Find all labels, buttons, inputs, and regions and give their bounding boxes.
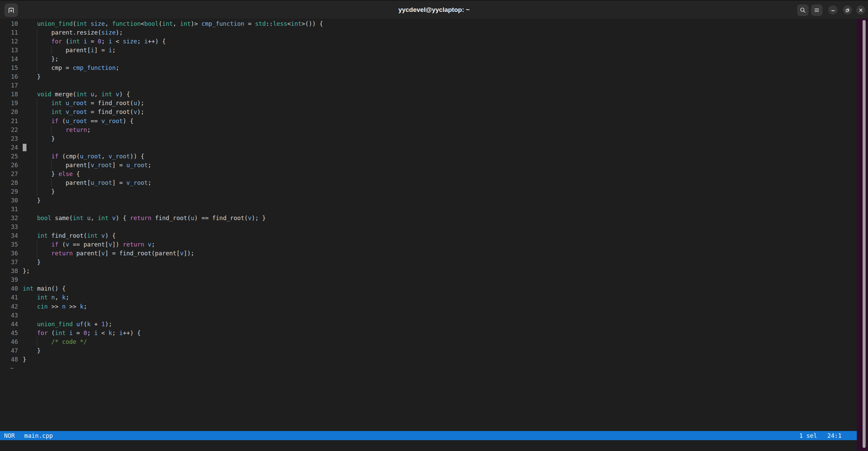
indent-guide [37, 134, 37, 143]
code-line[interactable]: 38}; [0, 267, 854, 275]
code-line[interactable]: 45 for (int i = 0; i < k; i++) { [0, 329, 854, 337]
line-number: 30 [0, 196, 18, 205]
indent-guide [37, 143, 37, 152]
code-line[interactable]: 43 [0, 311, 854, 320]
indent-guide [37, 240, 37, 249]
line-text: } [18, 73, 41, 80]
code-line[interactable]: 29 } [0, 187, 854, 196]
line-number: 25 [0, 152, 18, 161]
search-button[interactable] [797, 4, 809, 16]
code-line[interactable]: 48} [0, 355, 854, 364]
line-number: 24 [0, 143, 18, 152]
line-text: int n, k; [18, 294, 69, 301]
code-line[interactable]: 24 [0, 143, 854, 152]
line-text [18, 82, 23, 89]
scrollbar-track[interactable] [857, 19, 868, 451]
restore-button[interactable] [843, 5, 852, 15]
line-number: 17 [0, 81, 18, 90]
indent-guide [37, 107, 37, 116]
line-number: 43 [0, 311, 18, 320]
code-line[interactable]: 44 union_find uf(k + 1); [0, 320, 854, 329]
search-icon [799, 7, 806, 14]
code-line[interactable]: 39 [0, 275, 854, 284]
line-text: for (int i = 0; i < size; i++) { [18, 38, 166, 45]
window-title: yycdevel@yyclaptop: ~ [102, 1, 766, 19]
line-text [18, 312, 23, 319]
close-button[interactable] [856, 5, 865, 15]
mode-indicator: NOR [4, 432, 15, 439]
line-number: 18 [0, 90, 18, 99]
code-area[interactable]: 10 union_find(int size, function<bool(in… [0, 19, 854, 373]
code-line[interactable]: 26 parent[v_root] = u_root; [0, 161, 854, 170]
code-line[interactable]: 16 } [0, 72, 854, 81]
code-line[interactable]: 12 for (int i = 0; i < size; i++) { [0, 37, 854, 46]
indent-guide [37, 337, 37, 346]
minimize-button[interactable] [828, 5, 837, 15]
code-line[interactable]: 18 void merge(int u, int v) { [0, 90, 854, 99]
file-name: main.cpp [24, 432, 53, 439]
code-line[interactable]: 25 if (cmp(u_root, v_root)) { [0, 152, 854, 161]
line-number: 38 [0, 267, 18, 275]
minimize-icon [830, 7, 836, 13]
code-line[interactable]: 46 /* code */ [0, 337, 854, 346]
line-number: 36 [0, 249, 18, 258]
scrollbar-thumb[interactable] [863, 20, 866, 448]
indent-guide [51, 46, 52, 55]
code-line[interactable]: 30 } [0, 196, 854, 205]
code-line[interactable]: 31 [0, 205, 854, 214]
code-line[interactable]: 35 if (v == parent[v]) return v; [0, 240, 854, 249]
code-line[interactable]: 37 } [0, 258, 854, 267]
code-line[interactable]: 42 cin >> n >> k; [0, 302, 854, 311]
line-number: 33 [0, 222, 18, 231]
line-number: 39 [0, 275, 18, 284]
indent-guide [37, 249, 37, 258]
line-text: return; [18, 126, 91, 133]
line-number: 32 [0, 214, 18, 222]
empty-buffer-line[interactable]: ~ [0, 364, 854, 373]
cursor-block [23, 144, 26, 151]
code-line[interactable]: 15 cmp = cmp_function; [0, 63, 854, 72]
line-text: parent[u_root] = v_root; [18, 179, 151, 186]
indent-guide [37, 125, 37, 134]
indent-guide [51, 161, 52, 170]
code-line[interactable]: 17 [0, 81, 854, 90]
code-line[interactable]: 11 parent.resize(size); [0, 28, 854, 37]
menu-button[interactable] [811, 4, 823, 16]
line-text: void merge(int u, int v) { [18, 91, 130, 98]
line-number: 23 [0, 134, 18, 143]
code-line[interactable]: 22 return; [0, 125, 854, 134]
code-line[interactable]: 23 } [0, 134, 854, 143]
code-line[interactable]: 10 union_find(int size, function<bool(in… [0, 19, 854, 28]
code-line[interactable]: 28 parent[u_root] = v_root; [0, 178, 854, 187]
cursor-position: 24:1 [827, 432, 842, 439]
line-number: 45 [0, 329, 18, 337]
code-line[interactable]: 14 }; [0, 55, 854, 63]
code-line[interactable]: 32 bool same(int u, int v) { return find… [0, 214, 854, 222]
code-line[interactable]: 33 [0, 222, 854, 231]
code-line[interactable]: 27 } else { [0, 170, 854, 178]
code-line[interactable]: 21 if (u_root == v_root) { [0, 117, 854, 125]
line-number: 47 [0, 346, 18, 355]
code-line[interactable]: 13 parent[i] = i; [0, 46, 854, 55]
line-text: }; [18, 56, 58, 62]
line-text: } [18, 197, 41, 204]
line-text: parent[i] = i; [18, 47, 116, 54]
new-tab-button[interactable] [4, 3, 18, 17]
code-line[interactable]: 34 int find_root(int v) { [0, 231, 854, 240]
indent-guide [37, 117, 37, 125]
code-line[interactable]: 36 return parent[v] = find_root(parent[v… [0, 249, 854, 258]
code-line[interactable]: 19 int u_root = find_root(u); [0, 99, 854, 107]
code-line[interactable]: 47 } [0, 346, 854, 355]
code-line[interactable]: 41 int n, k; [0, 293, 854, 302]
close-icon [858, 7, 864, 13]
tilde-marker: ~ [0, 364, 14, 373]
hamburger-menu-icon [813, 7, 820, 14]
line-number: 29 [0, 187, 18, 196]
line-number: 34 [0, 231, 18, 240]
line-text: parent[v_root] = u_root; [18, 162, 151, 169]
line-number: 20 [0, 107, 18, 116]
line-text: /* code */ [18, 338, 87, 345]
code-line[interactable]: 20 int v_root = find_root(v); [0, 107, 854, 116]
code-line[interactable]: 40int main() { [0, 284, 854, 293]
line-text: } else { [18, 171, 80, 177]
